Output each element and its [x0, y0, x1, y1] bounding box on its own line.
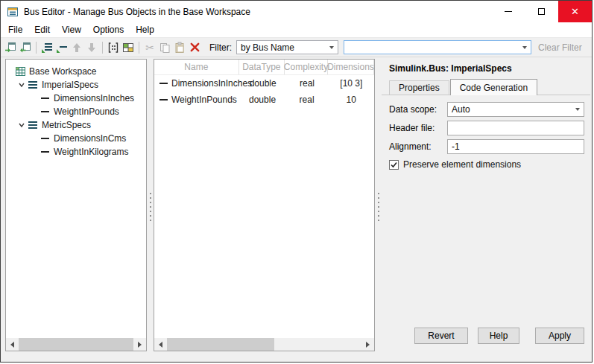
maximize-icon: [538, 8, 545, 15]
triangle-left-icon: [159, 342, 162, 348]
tree-item-base-workspace[interactable]: Base Workspace: [6, 65, 146, 78]
cell-name[interactable]: DimensionsInInches: [154, 78, 240, 89]
filter-label: Filter:: [209, 42, 232, 53]
tree-item-imperialspecs[interactable]: ImperialSpecs: [6, 78, 146, 92]
cell-datatype[interactable]: double: [240, 78, 285, 89]
chevron-down-icon: [575, 108, 580, 111]
cell-name-text: WeightInPounds: [171, 95, 237, 105]
tree-item-weightinkilograms[interactable]: WeightInKilograms: [6, 145, 146, 159]
column-header-complexity: Complexity: [285, 60, 328, 74]
titlebar: Bus Editor - Manage Bus Objects in the B…: [1, 1, 592, 22]
revert-button[interactable]: Revert: [414, 328, 468, 344]
table-row-weightinpounds[interactable]: WeightInPounds double real 10: [154, 92, 374, 108]
scroll-right-arrow[interactable]: [361, 338, 374, 351]
column-header-dimensions: Dimensions: [328, 60, 374, 74]
header-file-label: Header file:: [389, 123, 447, 133]
cell-datatype[interactable]: double: [239, 95, 285, 105]
bus-editor-window: Bus Editor - Manage Bus Objects in the B…: [0, 0, 593, 363]
scrollbar-track[interactable]: [167, 338, 361, 351]
close-button[interactable]: ✕: [558, 1, 592, 22]
alignment-field[interactable]: [447, 139, 584, 154]
maximize-button[interactable]: [525, 1, 558, 22]
export-icon[interactable]: [18, 39, 33, 55]
tree-item-dimensionsincms[interactable]: DimensionsInCms: [6, 132, 146, 145]
scrollbar-thumb[interactable]: [19, 338, 133, 351]
scroll-right-arrow[interactable]: [133, 338, 146, 351]
scrollbar-track[interactable]: [19, 338, 133, 351]
copy-icon[interactable]: [157, 39, 172, 55]
import-icon[interactable]: [3, 39, 18, 55]
header-file-input[interactable]: [452, 122, 580, 134]
table-row-dimensionsininches[interactable]: DimensionsInInches double real [10 3]: [154, 75, 374, 92]
chevron-down-icon[interactable]: [16, 81, 28, 89]
cut-icon[interactable]: ✂: [142, 39, 157, 55]
scroll-left-arrow[interactable]: [6, 338, 19, 351]
bus-hierarchy-panel: Base Workspace ImperialSpecs Dimensions: [5, 59, 147, 351]
bus-details-panel: Simulink.Bus: ImperialSpecs Properties C…: [382, 57, 590, 363]
preserve-element-dimensions-checkbox[interactable]: [389, 160, 399, 170]
close-icon: ✕: [571, 7, 579, 16]
clear-filter-button[interactable]: Clear Filter: [538, 42, 582, 53]
tab-code-generation[interactable]: Code Generation: [450, 79, 537, 95]
chevron-down-icon[interactable]: [16, 121, 28, 129]
menu-options[interactable]: Options: [87, 23, 130, 36]
move-down-icon[interactable]: [84, 39, 99, 55]
minimize-button[interactable]: [491, 1, 525, 22]
tree-item-label: Base Workspace: [29, 66, 97, 77]
preserve-element-dimensions-label: Preserve element dimensions: [403, 159, 521, 170]
menu-edit[interactable]: Edit: [28, 23, 56, 36]
bus-tree: Base Workspace ImperialSpecs Dimensions: [6, 60, 146, 159]
triangle-right-icon: [138, 342, 142, 348]
scrollbar-thumb[interactable]: [167, 338, 274, 351]
code-generation-form: Data scope: Auto Header file: Alignment:: [382, 95, 590, 170]
apply-button[interactable]: Apply: [535, 328, 584, 344]
grid-view-icon[interactable]: [121, 39, 136, 55]
splitter-handle[interactable]: [375, 59, 382, 351]
cell-complexity[interactable]: real: [285, 78, 328, 89]
column-header-name: Name: [154, 60, 239, 74]
add-element-icon[interactable]: [54, 39, 69, 55]
menu-view[interactable]: View: [56, 23, 87, 36]
delete-icon[interactable]: [187, 39, 202, 55]
data-scope-row: Data scope: Auto: [389, 102, 584, 117]
cell-name[interactable]: WeightInPounds: [154, 95, 239, 105]
bus-elements-panel: Name DataType Complexity Dimensions Dime…: [154, 59, 375, 351]
menu-help[interactable]: Help: [130, 23, 160, 36]
filter-type-select[interactable]: by Bus Name: [236, 40, 338, 54]
header-file-field[interactable]: [447, 121, 584, 135]
element-icon: [41, 108, 50, 115]
filter-combobox[interactable]: [344, 40, 531, 54]
alignment-input[interactable]: [452, 141, 580, 153]
matrix-view-icon[interactable]: [106, 39, 121, 55]
scroll-left-arrow[interactable]: [154, 338, 167, 351]
workspace-icon: [16, 67, 25, 76]
tree-item-metricspecs[interactable]: MetricSpecs: [6, 118, 146, 132]
main-area: Base Workspace ImperialSpecs Dimensions: [1, 57, 592, 362]
filter-input[interactable]: [344, 42, 522, 53]
details-title: Simulink.Bus: ImperialSpecs: [382, 57, 590, 79]
data-scope-value: Auto: [452, 104, 470, 115]
menu-file[interactable]: File: [2, 23, 28, 36]
tree-item-weightinpounds[interactable]: WeightInPounds: [6, 105, 146, 118]
element-icon: [41, 148, 50, 156]
move-up-icon[interactable]: [69, 39, 84, 55]
cell-dimensions[interactable]: [10 3]: [329, 78, 374, 89]
bus-icon: [28, 80, 38, 89]
alignment-label: Alignment:: [389, 141, 447, 152]
menubar: File Edit View Options Help: [1, 22, 592, 37]
element-icon: [41, 135, 50, 142]
tree-item-label: ImperialSpecs: [42, 80, 98, 90]
cell-complexity[interactable]: real: [285, 95, 329, 105]
table-horizontal-scrollbar[interactable]: [154, 338, 374, 351]
splitter-handle[interactable]: [147, 59, 154, 351]
element-icon: [159, 96, 168, 103]
tree-item-dimensionsininches[interactable]: DimensionsInInches: [6, 92, 146, 105]
tab-properties[interactable]: Properties: [389, 80, 449, 95]
help-button[interactable]: Help: [478, 328, 519, 344]
tree-horizontal-scrollbar[interactable]: [6, 338, 146, 351]
cell-dimensions[interactable]: 10: [328, 95, 374, 105]
data-scope-select[interactable]: Auto: [447, 102, 584, 117]
triangle-left-icon: [10, 342, 14, 348]
paste-icon[interactable]: [172, 39, 187, 55]
add-bus-icon[interactable]: [40, 39, 54, 55]
